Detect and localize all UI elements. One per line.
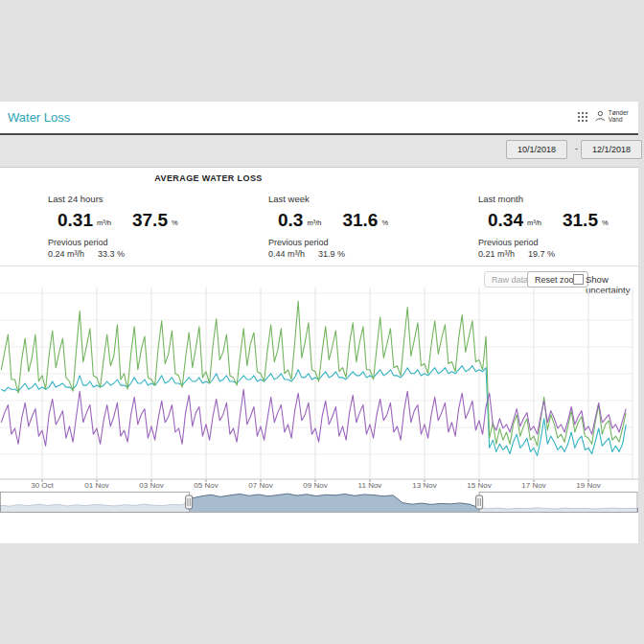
date-range-separator: -	[575, 144, 578, 153]
screen: Water Loss Tønder Vand - AVERAGE WATER L…	[0, 0, 644, 644]
stat-pct: 31.5	[563, 210, 598, 231]
previous-period-label: Previous period	[268, 238, 470, 247]
stat-unit: m³/h	[97, 218, 111, 227]
x-axis-label: 19 Nov	[567, 481, 610, 490]
stat-pct-unit: %	[381, 218, 388, 227]
stat-pct: 31.6	[342, 210, 378, 231]
stat-value: 0.3	[278, 210, 303, 231]
end-date-input[interactable]	[581, 140, 642, 159]
user-icon	[595, 109, 606, 123]
stat-value: 0.31	[58, 210, 93, 231]
apps-grid-icon[interactable]	[578, 112, 589, 124]
navigator-left-handle[interactable]	[186, 495, 193, 509]
x-axis-label: 03 Nov	[130, 481, 172, 490]
x-axis-label: 01 Nov	[76, 481, 118, 490]
previous-period-values: 0.24 m³/h33.3 %	[48, 249, 249, 259]
stat-label: Last month	[478, 194, 644, 204]
x-axis-label: 09 Nov	[294, 481, 336, 490]
user-name: Tønder Vand	[609, 109, 638, 123]
stat-card-last-24-hours: Last 24 hours 0.31 m³/h 37.5 % Previous …	[48, 194, 249, 259]
navigator-range-selector[interactable]	[0, 492, 638, 513]
stat-unit: m³/h	[307, 218, 321, 227]
stat-label: Last 24 hours	[48, 194, 249, 204]
page-title: Water Loss	[8, 110, 70, 125]
stat-value: 0.34	[488, 210, 523, 231]
stat-card-last-week: Last week 0.3 m³/h 31.6 % Previous perio…	[268, 194, 470, 259]
navigator-right-mask[interactable]	[479, 493, 637, 513]
user-menu[interactable]: Tønder Vand	[595, 109, 638, 123]
main-chart[interactable]	[0, 288, 638, 482]
navigator-left-mask[interactable]	[1, 493, 190, 513]
stat-label: Last week	[268, 194, 470, 204]
previous-period-label: Previous period	[478, 238, 644, 247]
navigator-right-handle[interactable]	[476, 495, 483, 509]
start-date-input[interactable]	[506, 140, 567, 159]
x-axis-label: 05 Nov	[185, 481, 227, 490]
x-axis-label: 15 Nov	[458, 481, 500, 490]
show-uncertainty-checkbox[interactable]	[573, 274, 584, 285]
stat-pct: 37.5	[132, 210, 168, 231]
section-divider	[0, 265, 638, 266]
filter-band: -	[0, 135, 638, 168]
app-window: Water Loss Tønder Vand - AVERAGE WATER L…	[0, 102, 638, 543]
x-axis-label: 11 Nov	[349, 481, 391, 490]
previous-period-values: 0.21 m³/h19.7 %	[478, 249, 644, 259]
previous-period-values: 0.44 m³/h31.9 %	[268, 249, 470, 259]
x-axis-label: 30 Oct	[21, 481, 63, 490]
previous-period-label: Previous period	[48, 238, 249, 247]
x-axis-label: 13 Nov	[403, 481, 446, 490]
stat-pct-unit: %	[172, 218, 178, 227]
app-header: Water Loss Tønder Vand	[0, 102, 638, 135]
stat-unit: m³/h	[527, 218, 541, 227]
x-axis-label: 17 Nov	[513, 481, 555, 490]
x-axis-label: 07 Nov	[240, 481, 282, 490]
stat-pct-unit: %	[602, 218, 609, 227]
stat-card-last-month: Last month 0.34 m³/h 31.5 % Previous per…	[478, 194, 644, 259]
summary-title: AVERAGE WATER LOSS	[115, 173, 302, 183]
